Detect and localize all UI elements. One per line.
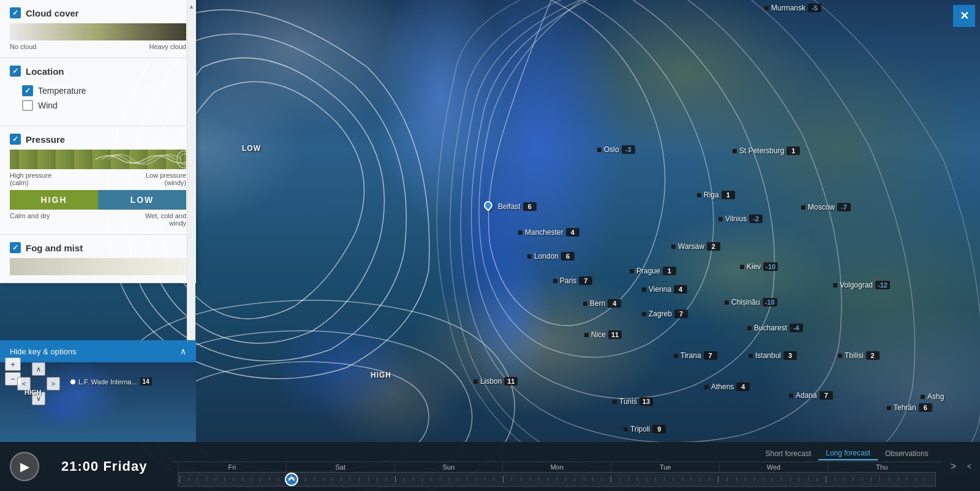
- forecast-tabs: Short forecast Long forecast Observation…: [172, 444, 942, 462]
- city-chisinau[interactable]: Chișinău -10: [725, 298, 777, 306]
- city-bucharest[interactable]: Bucharest -4: [747, 324, 803, 332]
- city-kiev[interactable]: Kiev -10: [740, 262, 778, 271]
- time-text: 21:00 Friday: [61, 459, 159, 474]
- city-prague[interactable]: Prague 1: [630, 267, 676, 275]
- timeline-tick: [736, 478, 745, 481]
- nav-up-button[interactable]: ∧: [32, 362, 45, 376]
- timeline-tick: [808, 478, 817, 481]
- city-belfast[interactable]: Belfast 6: [498, 202, 537, 211]
- city-ashg[interactable]: Ashg: [921, 392, 944, 401]
- mini-location-name: L.F. Wade Interna...: [78, 378, 137, 386]
- timeline-tick: [817, 478, 826, 481]
- location-checkbox[interactable]: [10, 66, 21, 77]
- timeline-tick: [655, 478, 665, 481]
- city-oslo[interactable]: Oslo -3: [597, 145, 635, 154]
- timeline-tick: [224, 478, 233, 481]
- city-tirana[interactable]: Tirana 7: [674, 351, 717, 360]
- timeline-tick: [601, 478, 611, 481]
- timeline-tick: [305, 478, 314, 481]
- city-vienna[interactable]: Vienna 4: [642, 285, 687, 294]
- temperature-checkbox[interactable]: [22, 85, 33, 96]
- mini-location-temp: 14: [140, 378, 152, 386]
- timeline-tick: [781, 478, 790, 481]
- timeline-tick: [476, 478, 485, 481]
- temperature-item: Temperature: [22, 85, 186, 96]
- timeline-tick: [449, 478, 458, 481]
- timeline-tick: [404, 478, 413, 481]
- timeline-thumb[interactable]: [285, 473, 298, 486]
- temperature-label: Temperature: [38, 86, 86, 96]
- nav-right-button[interactable]: >: [47, 377, 60, 390]
- city-tunis[interactable]: Tunis 13: [612, 397, 653, 406]
- wind-checkbox[interactable]: [22, 100, 33, 111]
- nav-forward-arrow[interactable]: >: [948, 459, 959, 474]
- city-tehran[interactable]: Tehrān 6: [887, 403, 932, 412]
- play-button[interactable]: ▶: [10, 452, 39, 481]
- timeline-tick: [548, 478, 557, 481]
- mini-location-dot: [70, 379, 75, 384]
- mini-location-label[interactable]: L.F. Wade Interna... 14: [70, 378, 152, 386]
- pressure-checkbox[interactable]: [10, 134, 21, 145]
- fog-gradient-bar: [10, 258, 186, 275]
- timeline-tick: [314, 478, 323, 481]
- timeline-tick: [853, 478, 862, 481]
- sidebar-panel: Cloud cover No cloud Heavy cloud Locatio…: [0, 0, 196, 283]
- city-st-petersburg[interactable]: St Petersburg 1: [733, 147, 800, 155]
- city-murmansk[interactable]: Murmansk -5: [764, 4, 821, 12]
- cloud-cover-checkbox[interactable]: [10, 7, 21, 18]
- city-tripoli[interactable]: Tripoli 9: [624, 425, 666, 433]
- timeline-tick: [727, 478, 736, 481]
- selected-city-marker[interactable]: [484, 201, 496, 213]
- svg-point-0: [177, 151, 186, 168]
- fog-checkbox[interactable]: [10, 242, 21, 253]
- timeline-tick: [216, 478, 225, 481]
- timeline-tick: [799, 478, 808, 481]
- timeline-tick: [709, 478, 718, 481]
- city-adana[interactable]: Adana 7: [789, 391, 833, 400]
- city-manchester[interactable]: Manchester 4: [518, 228, 579, 237]
- city-moscow[interactable]: Moscow -7: [801, 203, 851, 211]
- city-warsaw[interactable]: Warsaw 2: [671, 242, 720, 251]
- city-vilnius[interactable]: Vilnius -2: [718, 215, 763, 223]
- city-london[interactable]: London 6: [527, 252, 575, 261]
- timeline-tick: [889, 478, 898, 481]
- timeline-tick: [916, 478, 925, 481]
- timeline-tick: [323, 478, 333, 481]
- timeline-tick: [592, 478, 601, 481]
- city-volgograd[interactable]: Volgograd -12: [833, 281, 890, 289]
- timeline-tick: [377, 478, 386, 481]
- timeline-tick: [664, 478, 673, 481]
- timeline-tick: [700, 478, 709, 481]
- day-sat: Sat: [286, 462, 394, 472]
- day-fri: Fri: [178, 462, 286, 472]
- city-paris[interactable]: Paris 7: [553, 276, 592, 285]
- timeline-tick: [243, 478, 252, 481]
- timeline-tick: [530, 478, 539, 481]
- sidebar-scrollbar[interactable]: ▲ ▼: [187, 0, 195, 362]
- hide-key-bar[interactable]: Hide key & options ∧: [0, 340, 196, 362]
- fog-title: Fog and mist: [26, 243, 83, 253]
- nav-back-arrow[interactable]: <: [965, 460, 974, 473]
- pressure-label-left: High pressure (calm): [10, 172, 51, 186]
- tab-long-forecast[interactable]: Long forecast: [818, 447, 878, 460]
- timeline-tick: [251, 478, 260, 481]
- timeline-tick: [745, 478, 754, 481]
- city-athens[interactable]: Athens 4: [704, 383, 750, 391]
- city-lisbon[interactable]: Lisbon 11: [473, 377, 518, 386]
- pressure-hl-bar: HIGH LOW: [10, 190, 186, 210]
- timeline-track[interactable]: // Create ticks const container = docume…: [178, 472, 936, 487]
- cloud-gradient-labels: No cloud Heavy cloud: [10, 43, 186, 50]
- pressure-desc-labels: Calm and dry Wet, cold and windy: [10, 212, 186, 227]
- city-dot: [764, 6, 769, 10]
- tab-observations[interactable]: Observations: [878, 447, 936, 460]
- timeline-tick: [467, 478, 476, 481]
- close-button[interactable]: ✕: [953, 5, 975, 27]
- city-bern[interactable]: Bern 4: [583, 299, 621, 308]
- tab-short-forecast[interactable]: Short forecast: [758, 447, 819, 460]
- city-nice[interactable]: Nice 11: [584, 330, 622, 339]
- city-tbilisi[interactable]: Tbilisi 2: [838, 351, 880, 360]
- city-riga[interactable]: Riga 1: [697, 191, 735, 199]
- mini-map-nav: ∧ < > ∨: [17, 362, 60, 405]
- city-istanbul[interactable]: Istanbul 3: [748, 351, 797, 360]
- city-zagreb[interactable]: Zagreb 7: [642, 310, 688, 318]
